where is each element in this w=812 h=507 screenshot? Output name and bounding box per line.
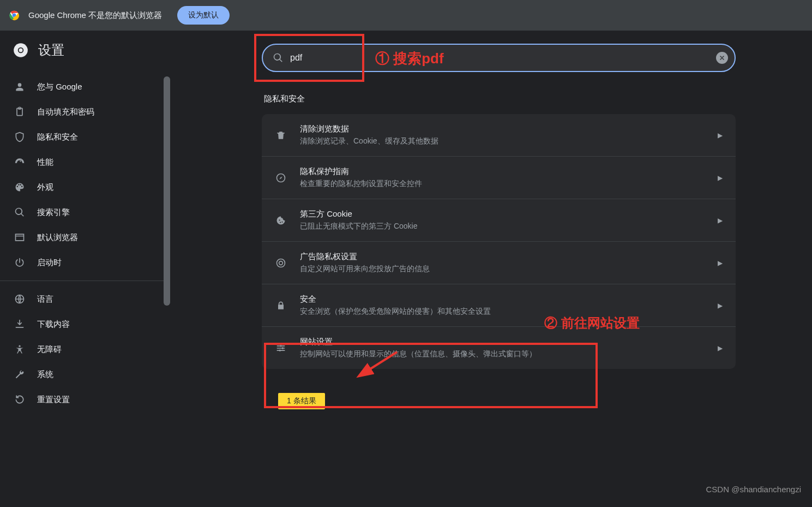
power-icon bbox=[14, 257, 25, 268]
row-privacy-guide[interactable]: 隐私保护指南 检查重要的隐私控制设置和安全控件 ▶ bbox=[262, 157, 736, 199]
banner-text: Google Chrome 不是您的默认浏览器 bbox=[28, 10, 162, 21]
row-third-party-cookies[interactable]: 第三方 Cookie 已阻止无痕模式下的第三方 Cookie ▶ bbox=[262, 199, 736, 242]
svg-point-6 bbox=[19, 345, 20, 347]
sidebar-item-language[interactable]: 语言 bbox=[0, 287, 164, 312]
search-wrap bbox=[262, 44, 736, 72]
row-subtitle: 安全浏览（保护您免受危险网站的侵害）和其他安全设置 bbox=[300, 307, 718, 317]
nav-group-secondary: 语言 下载内容 无障碍 系统 重置设置 bbox=[0, 284, 164, 414]
search-result-count-badge: 1 条结果 bbox=[278, 393, 325, 409]
sidebar-divider bbox=[0, 281, 164, 281]
settings-header: 设置 bbox=[0, 31, 164, 72]
reset-icon bbox=[14, 394, 25, 405]
search-input[interactable] bbox=[290, 53, 707, 63]
clear-search-button[interactable] bbox=[716, 52, 728, 64]
search-box[interactable] bbox=[262, 44, 736, 72]
sidebar-item-label: 搜索引擎 bbox=[37, 207, 70, 218]
svg-point-4 bbox=[19, 49, 23, 52]
row-ad-privacy[interactable]: 广告隐私权设置 自定义网站可用来向您投放广告的信息 ▶ bbox=[262, 242, 736, 284]
globe-icon bbox=[14, 294, 25, 305]
search-icon bbox=[14, 207, 25, 218]
default-browser-banner: Google Chrome 不是您的默认浏览器 设为默认 bbox=[0, 0, 812, 31]
sidebar-item-label: 重置设置 bbox=[37, 395, 70, 405]
row-subtitle: 控制网站可以使用和显示的信息（位置信息、摄像头、弹出式窗口等） bbox=[300, 349, 718, 359]
sidebar-item-label: 隐私和安全 bbox=[37, 132, 78, 142]
compass-icon bbox=[275, 172, 287, 184]
sidebar-item-label: 下载内容 bbox=[37, 319, 70, 330]
lock-icon bbox=[275, 300, 287, 312]
svg-point-10 bbox=[280, 345, 281, 347]
sidebar-item-label: 系统 bbox=[37, 369, 53, 380]
gauge-icon bbox=[14, 157, 25, 168]
row-title: 广告隐私权设置 bbox=[300, 252, 718, 262]
privacy-card: 清除浏览数据 清除浏览记录、Cookie、缓存及其他数据 ▶ 隐私保护指南 检查… bbox=[262, 114, 736, 369]
ads-icon bbox=[275, 257, 287, 269]
person-icon bbox=[14, 81, 25, 92]
sidebar-item-label: 默认浏览器 bbox=[37, 232, 78, 243]
row-title: 第三方 Cookie bbox=[300, 209, 718, 219]
row-clear-data[interactable]: 清除浏览数据 清除浏览记录、Cookie、缓存及其他数据 ▶ bbox=[262, 114, 736, 157]
row-security[interactable]: 安全 安全浏览（保护您免受危险网站的侵害）和其他安全设置 ▶ bbox=[262, 284, 736, 327]
row-subtitle: 检查重要的隐私控制设置和安全控件 bbox=[300, 179, 718, 189]
row-title: 清除浏览数据 bbox=[300, 124, 718, 134]
sidebar-item-label: 启动时 bbox=[37, 258, 62, 268]
sidebar: 设置 您与 Google 自动填充和密码 隐私和安全 性能 外观 搜索引擎 bbox=[0, 31, 164, 507]
main-content: 隐私和安全 清除浏览数据 清除浏览记录、Cookie、缓存及其他数据 ▶ 隐私保… bbox=[175, 31, 812, 507]
sidebar-item-privacy[interactable]: 隐私和安全 bbox=[0, 124, 164, 150]
row-title: 安全 bbox=[300, 294, 718, 305]
nav-group-primary: 您与 Google 自动填充和密码 隐私和安全 性能 外观 搜索引擎 默认浏览器 bbox=[0, 72, 164, 277]
page-title: 设置 bbox=[38, 41, 64, 59]
chrome-icon bbox=[9, 10, 20, 21]
chevron-right-icon: ▶ bbox=[718, 344, 723, 352]
sidebar-item-startup[interactable]: 启动时 bbox=[0, 250, 164, 275]
svg-point-8 bbox=[277, 259, 285, 267]
sidebar-item-appearance[interactable]: 外观 bbox=[0, 175, 164, 200]
shield-icon bbox=[14, 132, 25, 142]
sidebar-item-downloads[interactable]: 下载内容 bbox=[0, 312, 164, 337]
watermark: CSDN @shandianchengzi bbox=[706, 485, 802, 494]
sidebar-item-label: 无障碍 bbox=[37, 344, 62, 355]
chevron-right-icon: ▶ bbox=[718, 132, 723, 139]
palette-icon bbox=[14, 182, 25, 193]
sidebar-item-label: 语言 bbox=[37, 294, 53, 305]
row-subtitle: 已阻止无痕模式下的第三方 Cookie bbox=[300, 222, 718, 231]
svg-point-11 bbox=[282, 347, 284, 349]
chrome-logo-icon bbox=[13, 43, 28, 58]
sidebar-item-system[interactable]: 系统 bbox=[0, 362, 164, 387]
row-subtitle: 自定义网站可用来向您投放广告的信息 bbox=[300, 264, 718, 274]
trash-icon bbox=[275, 129, 287, 141]
accessibility-icon bbox=[14, 344, 25, 355]
sidebar-item-accessibility[interactable]: 无障碍 bbox=[0, 337, 164, 362]
sliders-icon bbox=[275, 342, 287, 354]
chevron-right-icon: ▶ bbox=[718, 302, 723, 309]
row-title: 网站设置 bbox=[300, 337, 718, 347]
download-icon bbox=[14, 319, 25, 330]
row-subtitle: 清除浏览记录、Cookie、缓存及其他数据 bbox=[300, 136, 718, 146]
sidebar-item-label: 性能 bbox=[37, 157, 53, 168]
set-default-button[interactable]: 设为默认 bbox=[177, 6, 230, 25]
sidebar-item-reset[interactable]: 重置设置 bbox=[0, 387, 164, 412]
sidebar-item-performance[interactable]: 性能 bbox=[0, 150, 164, 175]
svg-point-9 bbox=[279, 261, 283, 265]
sidebar-item-search-engine[interactable]: 搜索引擎 bbox=[0, 200, 164, 225]
chevron-right-icon: ▶ bbox=[718, 217, 723, 224]
chevron-right-icon: ▶ bbox=[718, 174, 723, 182]
wrench-icon bbox=[14, 369, 25, 380]
row-site-settings[interactable]: 网站设置 控制网站可以使用和显示的信息（位置信息、摄像头、弹出式窗口等） ▶ bbox=[262, 327, 736, 369]
section-title: 隐私和安全 bbox=[264, 94, 736, 104]
sidebar-item-default-browser[interactable]: 默认浏览器 bbox=[0, 225, 164, 250]
svg-point-12 bbox=[279, 349, 281, 351]
cookie-icon bbox=[275, 214, 287, 226]
sidebar-item-label: 您与 Google bbox=[37, 82, 82, 92]
sidebar-item-autofill[interactable]: 自动填充和密码 bbox=[0, 99, 164, 124]
sidebar-item-label: 外观 bbox=[37, 182, 53, 193]
row-title: 隐私保护指南 bbox=[300, 166, 718, 177]
scrollbar[interactable] bbox=[164, 76, 170, 306]
search-icon bbox=[273, 52, 284, 63]
chevron-right-icon: ▶ bbox=[718, 259, 723, 267]
sidebar-item-you-google[interactable]: 您与 Google bbox=[0, 74, 164, 99]
sidebar-item-label: 自动填充和密码 bbox=[37, 107, 94, 117]
clipboard-icon bbox=[14, 106, 25, 117]
window-icon bbox=[14, 232, 25, 243]
